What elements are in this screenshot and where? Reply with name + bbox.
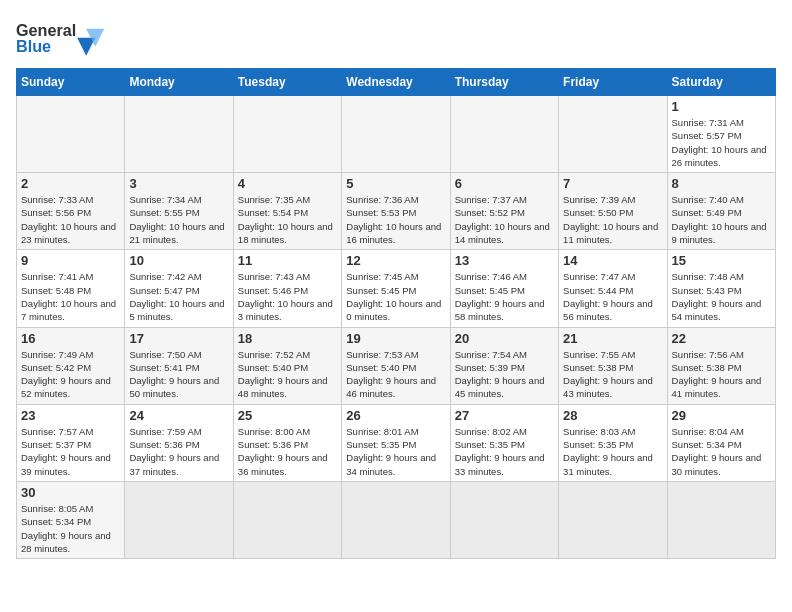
calendar-cell: 24Sunrise: 7:59 AM Sunset: 5:36 PM Dayli…: [125, 404, 233, 481]
day-number: 13: [455, 253, 554, 268]
calendar-cell: [450, 96, 558, 173]
day-number: 1: [672, 99, 771, 114]
day-number: 10: [129, 253, 228, 268]
day-info: Sunrise: 7:50 AM Sunset: 5:41 PM Dayligh…: [129, 348, 228, 401]
calendar-week-row: 30Sunrise: 8:05 AM Sunset: 5:34 PM Dayli…: [17, 481, 776, 558]
calendar-cell: 19Sunrise: 7:53 AM Sunset: 5:40 PM Dayli…: [342, 327, 450, 404]
day-info: Sunrise: 7:52 AM Sunset: 5:40 PM Dayligh…: [238, 348, 337, 401]
calendar-cell: 29Sunrise: 8:04 AM Sunset: 5:34 PM Dayli…: [667, 404, 775, 481]
day-header: Wednesday: [342, 69, 450, 96]
day-info: Sunrise: 7:34 AM Sunset: 5:55 PM Dayligh…: [129, 193, 228, 246]
calendar-cell: [450, 481, 558, 558]
calendar-cell: 22Sunrise: 7:56 AM Sunset: 5:38 PM Dayli…: [667, 327, 775, 404]
day-number: 28: [563, 408, 662, 423]
header: General Blue: [16, 16, 776, 56]
calendar-week-row: 2Sunrise: 7:33 AM Sunset: 5:56 PM Daylig…: [17, 173, 776, 250]
day-header: Friday: [559, 69, 667, 96]
day-number: 4: [238, 176, 337, 191]
day-info: Sunrise: 7:53 AM Sunset: 5:40 PM Dayligh…: [346, 348, 445, 401]
day-info: Sunrise: 7:47 AM Sunset: 5:44 PM Dayligh…: [563, 270, 662, 323]
calendar-cell: 5Sunrise: 7:36 AM Sunset: 5:53 PM Daylig…: [342, 173, 450, 250]
day-number: 27: [455, 408, 554, 423]
calendar-week-row: 16Sunrise: 7:49 AM Sunset: 5:42 PM Dayli…: [17, 327, 776, 404]
day-info: Sunrise: 8:05 AM Sunset: 5:34 PM Dayligh…: [21, 502, 120, 555]
svg-text:General: General: [16, 21, 76, 39]
day-info: Sunrise: 7:48 AM Sunset: 5:43 PM Dayligh…: [672, 270, 771, 323]
day-number: 16: [21, 331, 120, 346]
day-number: 7: [563, 176, 662, 191]
day-number: 3: [129, 176, 228, 191]
day-info: Sunrise: 7:36 AM Sunset: 5:53 PM Dayligh…: [346, 193, 445, 246]
calendar-cell: 21Sunrise: 7:55 AM Sunset: 5:38 PM Dayli…: [559, 327, 667, 404]
day-number: 14: [563, 253, 662, 268]
day-number: 23: [21, 408, 120, 423]
day-number: 2: [21, 176, 120, 191]
calendar-cell: 20Sunrise: 7:54 AM Sunset: 5:39 PM Dayli…: [450, 327, 558, 404]
calendar-cell: 25Sunrise: 8:00 AM Sunset: 5:36 PM Dayli…: [233, 404, 341, 481]
day-header: Sunday: [17, 69, 125, 96]
day-number: 25: [238, 408, 337, 423]
calendar-cell: 10Sunrise: 7:42 AM Sunset: 5:47 PM Dayli…: [125, 250, 233, 327]
calendar-cell: [342, 96, 450, 173]
calendar-cell: 8Sunrise: 7:40 AM Sunset: 5:49 PM Daylig…: [667, 173, 775, 250]
calendar-cell: [125, 96, 233, 173]
day-number: 11: [238, 253, 337, 268]
calendar-cell: 6Sunrise: 7:37 AM Sunset: 5:52 PM Daylig…: [450, 173, 558, 250]
day-info: Sunrise: 8:04 AM Sunset: 5:34 PM Dayligh…: [672, 425, 771, 478]
calendar-cell: 12Sunrise: 7:45 AM Sunset: 5:45 PM Dayli…: [342, 250, 450, 327]
day-header: Tuesday: [233, 69, 341, 96]
calendar-header-row: SundayMondayTuesdayWednesdayThursdayFrid…: [17, 69, 776, 96]
calendar-cell: 7Sunrise: 7:39 AM Sunset: 5:50 PM Daylig…: [559, 173, 667, 250]
calendar-cell: [233, 96, 341, 173]
day-number: 18: [238, 331, 337, 346]
calendar-cell: 23Sunrise: 7:57 AM Sunset: 5:37 PM Dayli…: [17, 404, 125, 481]
day-number: 21: [563, 331, 662, 346]
day-number: 5: [346, 176, 445, 191]
calendar-cell: 3Sunrise: 7:34 AM Sunset: 5:55 PM Daylig…: [125, 173, 233, 250]
day-header: Saturday: [667, 69, 775, 96]
calendar-cell: [667, 481, 775, 558]
day-info: Sunrise: 7:39 AM Sunset: 5:50 PM Dayligh…: [563, 193, 662, 246]
day-header: Monday: [125, 69, 233, 96]
day-number: 22: [672, 331, 771, 346]
calendar-cell: [342, 481, 450, 558]
logo-image: General Blue: [16, 16, 106, 56]
day-info: Sunrise: 7:40 AM Sunset: 5:49 PM Dayligh…: [672, 193, 771, 246]
day-info: Sunrise: 7:54 AM Sunset: 5:39 PM Dayligh…: [455, 348, 554, 401]
day-number: 29: [672, 408, 771, 423]
calendar-week-row: 1Sunrise: 7:31 AM Sunset: 5:57 PM Daylig…: [17, 96, 776, 173]
day-number: 12: [346, 253, 445, 268]
day-number: 26: [346, 408, 445, 423]
day-header: Thursday: [450, 69, 558, 96]
calendar-cell: 9Sunrise: 7:41 AM Sunset: 5:48 PM Daylig…: [17, 250, 125, 327]
calendar-cell: 26Sunrise: 8:01 AM Sunset: 5:35 PM Dayli…: [342, 404, 450, 481]
day-number: 24: [129, 408, 228, 423]
day-number: 15: [672, 253, 771, 268]
day-info: Sunrise: 7:35 AM Sunset: 5:54 PM Dayligh…: [238, 193, 337, 246]
day-info: Sunrise: 7:33 AM Sunset: 5:56 PM Dayligh…: [21, 193, 120, 246]
day-number: 8: [672, 176, 771, 191]
calendar-cell: 14Sunrise: 7:47 AM Sunset: 5:44 PM Dayli…: [559, 250, 667, 327]
calendar-cell: 30Sunrise: 8:05 AM Sunset: 5:34 PM Dayli…: [17, 481, 125, 558]
day-number: 20: [455, 331, 554, 346]
calendar-cell: [559, 481, 667, 558]
day-info: Sunrise: 7:37 AM Sunset: 5:52 PM Dayligh…: [455, 193, 554, 246]
day-info: Sunrise: 8:03 AM Sunset: 5:35 PM Dayligh…: [563, 425, 662, 478]
day-info: Sunrise: 7:49 AM Sunset: 5:42 PM Dayligh…: [21, 348, 120, 401]
calendar-cell: 1Sunrise: 7:31 AM Sunset: 5:57 PM Daylig…: [667, 96, 775, 173]
day-info: Sunrise: 7:43 AM Sunset: 5:46 PM Dayligh…: [238, 270, 337, 323]
calendar-cell: 15Sunrise: 7:48 AM Sunset: 5:43 PM Dayli…: [667, 250, 775, 327]
calendar: SundayMondayTuesdayWednesdayThursdayFrid…: [16, 68, 776, 559]
calendar-week-row: 9Sunrise: 7:41 AM Sunset: 5:48 PM Daylig…: [17, 250, 776, 327]
calendar-cell: 18Sunrise: 7:52 AM Sunset: 5:40 PM Dayli…: [233, 327, 341, 404]
day-info: Sunrise: 7:57 AM Sunset: 5:37 PM Dayligh…: [21, 425, 120, 478]
day-info: Sunrise: 7:59 AM Sunset: 5:36 PM Dayligh…: [129, 425, 228, 478]
calendar-cell: 11Sunrise: 7:43 AM Sunset: 5:46 PM Dayli…: [233, 250, 341, 327]
calendar-cell: 27Sunrise: 8:02 AM Sunset: 5:35 PM Dayli…: [450, 404, 558, 481]
day-number: 6: [455, 176, 554, 191]
day-info: Sunrise: 7:56 AM Sunset: 5:38 PM Dayligh…: [672, 348, 771, 401]
calendar-cell: 28Sunrise: 8:03 AM Sunset: 5:35 PM Dayli…: [559, 404, 667, 481]
day-info: Sunrise: 8:01 AM Sunset: 5:35 PM Dayligh…: [346, 425, 445, 478]
day-number: 17: [129, 331, 228, 346]
day-number: 30: [21, 485, 120, 500]
